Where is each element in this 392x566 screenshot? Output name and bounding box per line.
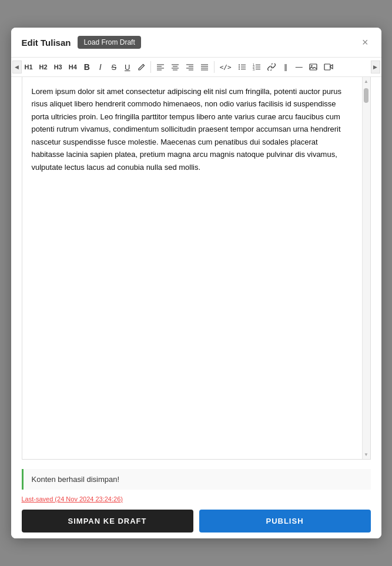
align-left-button[interactable]	[153, 60, 167, 74]
modal-header: Edit Tulisan Load From Draft ×	[11, 28, 381, 58]
scrollbar-right: ▲ ▼	[362, 77, 370, 459]
svg-point-20	[239, 69, 240, 70]
save-notification-text: Konten berhasil disimpan!	[32, 475, 120, 484]
last-saved-text: Last-saved (24 Nov 2024 23:24:26)	[22, 495, 371, 503]
modal-overlay: Edit Tulisan Load From Draft × ◀ H1 H2 H…	[0, 0, 392, 566]
toolbar-row: ◀ H1 H2 H3 H4 B I S U	[11, 58, 381, 77]
bottom-save-area: Konten berhasil disimpan! Last-saved (24…	[11, 460, 381, 538]
save-draft-button[interactable]: SIMPAN KE DRAFT	[22, 510, 193, 532]
svg-point-29	[311, 65, 312, 66]
h4-button[interactable]: H4	[66, 60, 80, 74]
toolbar-inner: H1 H2 H3 H4 B I S U	[22, 60, 371, 74]
svg-point-18	[239, 66, 240, 68]
hr-button[interactable]: —	[293, 60, 306, 74]
scroll-down-arrow[interactable]: ▼	[364, 450, 368, 459]
toolbar-scroll-left[interactable]: ◀	[12, 61, 22, 73]
link-button[interactable]	[264, 60, 279, 74]
strikethrough-button[interactable]: S	[108, 60, 120, 74]
align-right-button[interactable]	[183, 60, 197, 74]
toolbar-divider-1	[150, 61, 151, 73]
italic-button[interactable]: I	[94, 60, 107, 74]
scroll-up-arrow[interactable]: ▲	[364, 77, 368, 86]
code-button[interactable]: </>	[217, 60, 234, 74]
toolbar-scroll-right[interactable]: ▶	[371, 61, 380, 73]
svg-text:3.: 3.	[253, 68, 255, 71]
toolbar-divider-2	[214, 61, 215, 73]
modal-title: Edit Tulisan	[22, 38, 71, 48]
editor-container: Lorem ipsum dolor sit amet consectetur a…	[22, 77, 371, 460]
editor-content[interactable]: Lorem ipsum dolor sit amet consectetur a…	[22, 77, 362, 459]
load-from-draft-button[interactable]: Load From Draft	[78, 36, 140, 49]
h3-button[interactable]: H3	[51, 60, 65, 74]
scroll-thumb[interactable]	[364, 88, 368, 103]
h2-button[interactable]: H2	[36, 60, 51, 74]
svg-point-16	[239, 65, 240, 66]
video-button[interactable]	[321, 60, 336, 74]
pencil-button[interactable]	[135, 60, 148, 74]
svg-rect-28	[310, 64, 317, 70]
ordered-list-button[interactable]: 1.2.3.	[250, 60, 264, 74]
h1-button[interactable]: H1	[22, 60, 36, 74]
action-buttons: SIMPAN KE DRAFT PUBLISH	[22, 510, 371, 532]
edit-modal: Edit Tulisan Load From Draft × ◀ H1 H2 H…	[11, 28, 381, 538]
bold-button[interactable]: B	[81, 60, 93, 74]
close-button[interactable]: ×	[360, 36, 371, 49]
underline-button[interactable]: U	[121, 60, 134, 74]
unordered-list-button[interactable]	[235, 60, 249, 74]
align-justify-button[interactable]	[197, 60, 212, 74]
publish-button[interactable]: PUBLISH	[199, 510, 371, 532]
save-notification: Konten berhasil disimpan!	[22, 469, 371, 490]
columns-button[interactable]: ||	[279, 60, 292, 74]
image-button[interactable]	[306, 60, 320, 74]
align-center-button[interactable]	[168, 60, 182, 74]
svg-rect-30	[324, 64, 330, 70]
